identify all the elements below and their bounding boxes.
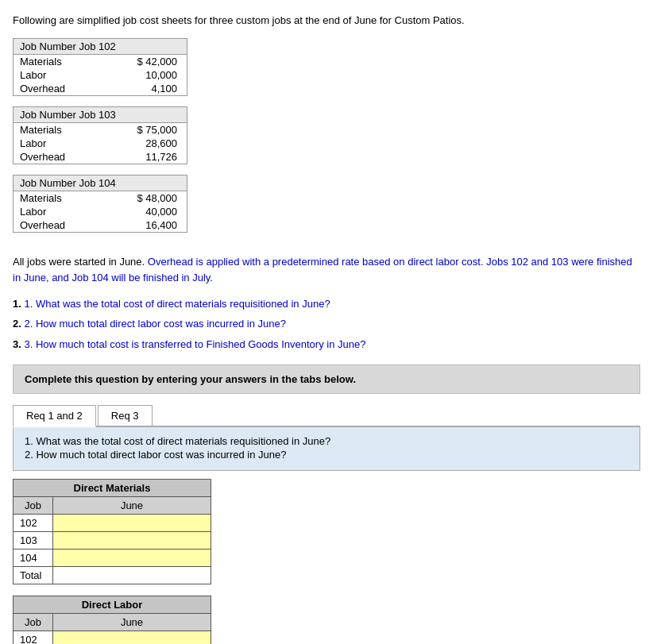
- questions-list: 1. 1. What was the total cost of direct …: [13, 295, 640, 353]
- dm-total-input-cell[interactable]: [52, 567, 211, 584]
- tab-req1and2[interactable]: Req 1 and 2: [13, 405, 96, 427]
- direct-labor-header: Direct Labor: [14, 596, 211, 614]
- job-sheet-103: Job Number Job 103 Materials $ 75,000 La…: [13, 106, 187, 164]
- table-row: 104: [14, 550, 211, 567]
- job-102-labor-label: Labor: [14, 68, 102, 82]
- job-sheet-104: Job Number Job 104 Materials $ 48,000 La…: [13, 175, 187, 233]
- dm-total-label: Total: [14, 567, 53, 584]
- intro-text: Following are simplified job cost sheets…: [13, 13, 640, 29]
- job-sheets-container: Job Number Job 102 Materials $ 42,000 La…: [13, 38, 640, 243]
- dm-row-104-input[interactable]: [53, 550, 211, 565]
- job-102-materials-label: Materials: [14, 54, 102, 68]
- dm-row-102-input-cell[interactable]: [52, 515, 211, 532]
- tab-bar: Req 1 and 2 Req 3: [13, 405, 640, 427]
- dm-row-104-label: 104: [14, 550, 53, 567]
- narrative-text: All jobs were started in June. Overhead …: [13, 254, 640, 287]
- dl-col-june-header: June: [52, 614, 211, 631]
- job-103-labor-label: Labor: [14, 137, 102, 150]
- table-row: 102: [14, 631, 211, 644]
- job-103-labor-value: 28,600: [102, 137, 187, 150]
- direct-materials-table: Direct Materials Job June 102 103 10: [13, 479, 211, 584]
- narrative-blue: Overhead is applied with a predetermined…: [13, 256, 632, 284]
- job-102-header: Job Number Job 102: [14, 39, 187, 55]
- tabs-container: Req 1 and 2 Req 3 1. What was the total …: [13, 405, 640, 471]
- job-104-overhead-value: 16,400: [102, 218, 187, 232]
- question-2: 2. 2. How much total direct labor cost w…: [13, 314, 640, 333]
- dl-row-102-input-cell[interactable]: [52, 631, 211, 644]
- table-row: 102: [14, 515, 211, 532]
- job-102-overhead-label: Overhead: [14, 82, 102, 95]
- job-102-materials-value: $ 42,000: [102, 54, 187, 68]
- tab-req1and2-content: 1. What was the total cost of direct mat…: [13, 427, 640, 471]
- tab1-question-2: 2. How much total direct labor cost was …: [25, 449, 628, 461]
- job-103-overhead-label: Overhead: [14, 150, 102, 164]
- dm-row-102-label: 102: [14, 515, 53, 532]
- dl-row-102-input[interactable]: [53, 632, 211, 644]
- dm-row-103-label: 103: [14, 532, 53, 550]
- job-104-overhead-label: Overhead: [14, 218, 102, 232]
- dm-col-june-header: June: [52, 497, 211, 515]
- question-3: 3. 3. How much total cost is transferred…: [13, 335, 640, 353]
- dl-col-job-header: Job: [14, 614, 53, 631]
- job-103-header: Job Number Job 103: [14, 107, 187, 123]
- job-103-overhead-value: 11,726: [102, 150, 187, 164]
- tab-req3[interactable]: Req 3: [98, 405, 153, 426]
- table-row: 103: [14, 532, 211, 550]
- tab1-question-1: 1. What was the total cost of direct mat…: [25, 435, 628, 447]
- dm-row-103-input-cell[interactable]: [52, 532, 211, 550]
- job-102-overhead-value: 4,100: [102, 82, 187, 95]
- dm-total-row: Total: [14, 567, 211, 584]
- job-103-materials-label: Materials: [14, 122, 102, 137]
- job-104-header: Job Number Job 104: [14, 175, 187, 191]
- job-104-materials-label: Materials: [14, 191, 102, 205]
- direct-labor-table: Direct Labor Job June 102 103 104: [13, 596, 211, 644]
- job-sheet-102: Job Number Job 102 Materials $ 42,000 La…: [13, 38, 187, 96]
- dm-col-job-header: Job: [14, 497, 53, 515]
- job-102-labor-value: 10,000: [102, 68, 187, 82]
- job-103-materials-value: $ 75,000: [102, 122, 187, 137]
- dm-row-103-input[interactable]: [53, 533, 211, 548]
- dm-row-104-input-cell[interactable]: [52, 550, 211, 567]
- answer-tables: Direct Materials Job June 102 103 10: [13, 479, 640, 644]
- dl-row-102-label: 102: [14, 631, 53, 644]
- dm-row-102-input[interactable]: [53, 515, 211, 530]
- job-104-labor-value: 40,000: [102, 205, 187, 218]
- job-104-labor-label: Labor: [14, 205, 102, 218]
- job-104-materials-value: $ 48,000: [102, 191, 187, 205]
- dm-total-input[interactable]: [53, 568, 211, 583]
- direct-materials-header: Direct Materials: [14, 480, 211, 497]
- question-1: 1. 1. What was the total cost of direct …: [13, 295, 640, 313]
- instruction-text: Complete this question by entering your …: [25, 373, 356, 385]
- instruction-box: Complete this question by entering your …: [13, 364, 640, 394]
